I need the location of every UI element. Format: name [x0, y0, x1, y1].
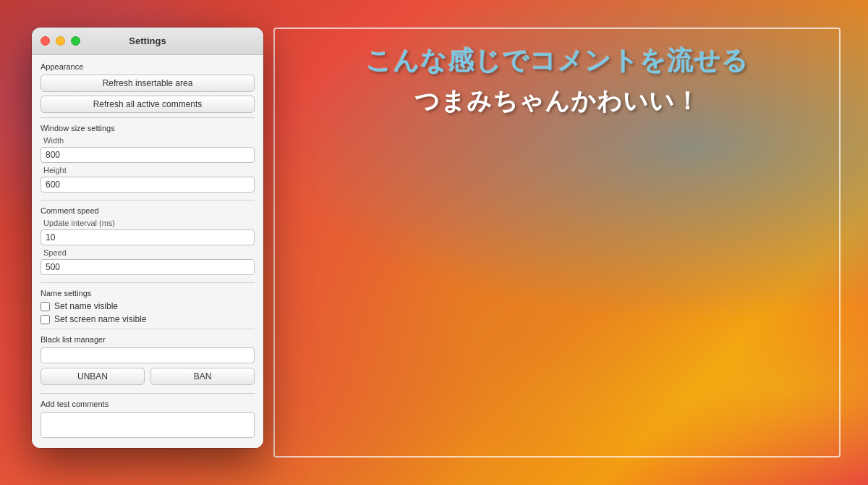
set-name-visible-checkbox[interactable] [41, 302, 50, 311]
speed-label: Speed [41, 248, 255, 257]
ban-button[interactable]: BAN [150, 368, 255, 385]
traffic-lights [41, 36, 80, 46]
comment-line-1: こんな感じでコメントを流せる [365, 43, 749, 79]
test-comments-section-label: Add test comments [41, 400, 255, 408]
divider-3 [41, 282, 255, 283]
width-label: Width [41, 136, 255, 145]
height-label: Height [41, 166, 255, 174]
unban-button[interactable]: UNBAN [41, 368, 145, 385]
window-size-section-label: Window size settings [41, 124, 255, 132]
appearance-section-label: Appearance [41, 62, 255, 71]
divider-1 [41, 117, 255, 118]
height-input[interactable] [41, 177, 255, 193]
comment-speed-section-label: Comment speed [41, 206, 255, 215]
maximize-button[interactable] [71, 36, 80, 46]
set-screen-name-visible-row: Set screen name visible [41, 314, 255, 324]
blacklist-section-label: Black list manager [41, 335, 255, 344]
window-title: Settings [129, 35, 166, 46]
update-interval-input[interactable] [41, 229, 255, 245]
minimize-button[interactable] [56, 36, 65, 46]
refresh-insertable-button[interactable]: Refresh insertable area [41, 75, 255, 92]
preview-window: こんな感じでコメントを流せる つまみちゃんかわいい！ [273, 28, 841, 457]
set-screen-name-visible-checkbox[interactable] [41, 315, 50, 324]
speed-input[interactable] [41, 259, 255, 275]
blacklist-input[interactable] [41, 347, 255, 363]
divider-5 [41, 393, 255, 394]
settings-content: Appearance Refresh insertable area Refre… [32, 55, 263, 448]
name-settings-section-label: Name settings [41, 289, 255, 298]
close-button[interactable] [41, 36, 50, 46]
title-bar: Settings [32, 28, 263, 55]
divider-4 [41, 329, 255, 329]
divider-2 [41, 200, 255, 201]
update-interval-label: Update interval (ms) [41, 219, 255, 227]
settings-window: Settings Appearance Refresh insertable a… [32, 28, 263, 448]
test-comments-input[interactable] [41, 412, 255, 438]
set-name-visible-label: Set name visible [54, 301, 118, 311]
set-screen-name-visible-label: Set screen name visible [54, 314, 146, 324]
set-name-visible-row: Set name visible [41, 301, 255, 311]
blacklist-btn-row: UNBAN BAN [41, 368, 255, 389]
width-input[interactable] [41, 147, 255, 163]
refresh-comments-button[interactable]: Refresh all active comments [41, 96, 255, 113]
comment-line-2: つまみちゃんかわいい！ [414, 85, 700, 118]
